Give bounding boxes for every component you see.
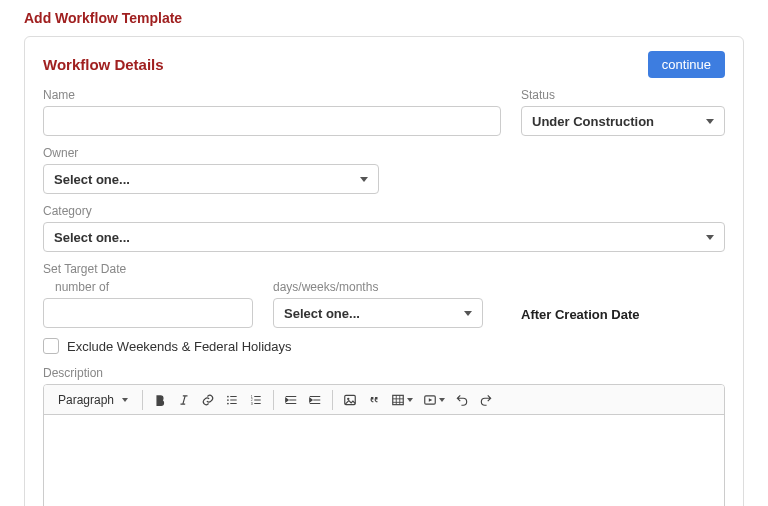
after-creation-label: After Creation Date	[503, 307, 639, 328]
chevron-down-icon	[407, 398, 413, 402]
numbered-list-button[interactable]: 123	[245, 389, 267, 411]
status-select-value: Under Construction	[532, 114, 654, 129]
blockquote-button[interactable]	[363, 389, 385, 411]
name-input[interactable]	[43, 106, 501, 136]
chevron-down-icon	[706, 235, 714, 240]
outdent-icon	[284, 393, 298, 407]
toolbar-divider	[273, 390, 274, 410]
redo-button[interactable]	[475, 389, 497, 411]
table-button[interactable]	[387, 389, 417, 411]
indent-button[interactable]	[304, 389, 326, 411]
media-icon	[423, 393, 437, 407]
owner-select[interactable]: Select one...	[43, 164, 379, 194]
svg-point-1	[227, 399, 229, 401]
chevron-down-icon	[464, 311, 472, 316]
status-select[interactable]: Under Construction	[521, 106, 725, 136]
units-label: days/weeks/months	[273, 280, 483, 294]
chevron-down-icon	[439, 398, 445, 402]
chevron-down-icon	[122, 398, 128, 402]
svg-text:3: 3	[251, 401, 253, 405]
editor-toolbar: Paragraph 123	[44, 385, 724, 415]
italic-icon	[177, 393, 191, 407]
name-label: Name	[43, 88, 501, 102]
category-select-value: Select one...	[54, 230, 130, 245]
chevron-down-icon	[706, 119, 714, 124]
number-of-input[interactable]	[43, 298, 253, 328]
number-of-label: number of	[43, 280, 253, 294]
set-target-label: Set Target Date	[43, 262, 725, 276]
rich-text-editor: Paragraph 123	[43, 384, 725, 506]
toolbar-divider	[142, 390, 143, 410]
numbered-list-icon: 123	[249, 393, 263, 407]
svg-point-7	[347, 397, 349, 399]
card-header: Workflow Details continue	[43, 51, 725, 78]
owner-label: Owner	[43, 146, 379, 160]
bullet-list-button[interactable]	[221, 389, 243, 411]
media-button[interactable]	[419, 389, 449, 411]
table-icon	[391, 393, 405, 407]
continue-button[interactable]: continue	[648, 51, 725, 78]
link-icon	[201, 393, 215, 407]
svg-rect-8	[393, 395, 404, 404]
svg-point-0	[227, 395, 229, 397]
image-icon	[343, 393, 357, 407]
exclude-checkbox[interactable]	[43, 338, 59, 354]
status-label: Status	[521, 88, 725, 102]
bold-button[interactable]	[149, 389, 171, 411]
bullet-list-icon	[225, 393, 239, 407]
outdent-button[interactable]	[280, 389, 302, 411]
svg-point-2	[227, 402, 229, 404]
editor-textarea[interactable]	[44, 415, 724, 506]
chevron-down-icon	[360, 177, 368, 182]
category-label: Category	[43, 204, 725, 218]
card-title: Workflow Details	[43, 56, 164, 73]
bold-icon	[153, 393, 167, 407]
page-title: Add Workflow Template	[24, 10, 744, 26]
block-format-select[interactable]: Paragraph	[50, 391, 136, 409]
category-select[interactable]: Select one...	[43, 222, 725, 252]
owner-select-value: Select one...	[54, 172, 130, 187]
exclude-label: Exclude Weekends & Federal Holidays	[67, 339, 292, 354]
block-format-value: Paragraph	[58, 393, 114, 407]
description-label: Description	[43, 366, 725, 380]
redo-icon	[479, 393, 493, 407]
units-select[interactable]: Select one...	[273, 298, 483, 328]
toolbar-divider	[332, 390, 333, 410]
undo-button[interactable]	[451, 389, 473, 411]
workflow-details-card: Workflow Details continue Name Status Un…	[24, 36, 744, 506]
italic-button[interactable]	[173, 389, 195, 411]
undo-icon	[455, 393, 469, 407]
image-button[interactable]	[339, 389, 361, 411]
units-select-value: Select one...	[284, 306, 360, 321]
indent-icon	[308, 393, 322, 407]
link-button[interactable]	[197, 389, 219, 411]
quote-icon	[367, 393, 381, 407]
